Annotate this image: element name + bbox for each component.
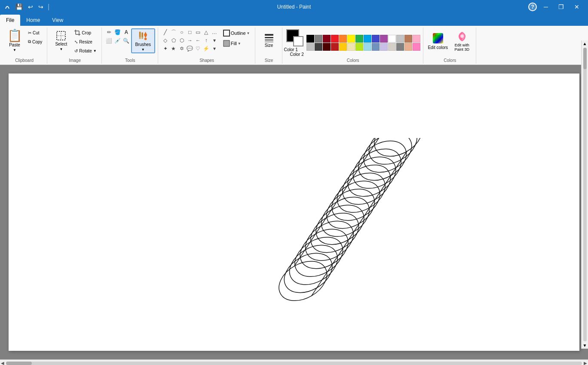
rotate-arrow: ▼ — [93, 49, 97, 53]
shape-rounded-rect[interactable]: ▭ — [194, 28, 202, 36]
swatch-6[interactable] — [355, 35, 363, 43]
shape-lightning[interactable]: ⚡ — [202, 45, 210, 52]
swatch-r2-3[interactable] — [331, 43, 339, 51]
tab-home[interactable]: Home — [20, 15, 46, 26]
swatch-11[interactable] — [396, 35, 404, 43]
scroll-up-button[interactable]: ▲ — [582, 40, 588, 47]
paint3d-button[interactable]: Edit with Paint 3D — [451, 28, 473, 53]
shape-callout[interactable]: 💬 — [186, 45, 194, 52]
swatch-r2-8[interactable] — [372, 43, 380, 51]
crop-button[interactable]: Crop — [72, 28, 98, 37]
swatch-0[interactable] — [306, 35, 314, 43]
swatch-r2-13[interactable] — [413, 43, 420, 51]
shape-diamond[interactable]: ◇ — [162, 37, 169, 44]
swatch-r2-1[interactable] — [315, 43, 322, 51]
pencil-tool[interactable]: ✏ — [105, 28, 113, 36]
resize-button[interactable]: ⤡ Resize — [72, 37, 98, 46]
shape-heart[interactable]: ♡ — [194, 45, 202, 52]
swatch-12[interactable] — [404, 35, 412, 43]
swatch-r2-2[interactable] — [323, 43, 331, 51]
image-label: Image — [69, 58, 81, 63]
shape-star6[interactable]: ✡ — [178, 45, 186, 52]
shape-more2[interactable]: ▾ — [211, 37, 218, 44]
select-button[interactable]: Select ▼ — [51, 28, 71, 53]
swatch-8[interactable] — [372, 35, 380, 43]
colors-content: Color 1 Color 2 — [286, 28, 420, 57]
swatch-3[interactable] — [331, 35, 339, 43]
fill-tool[interactable]: 🪣 — [114, 28, 122, 36]
shape-curve[interactable]: ⌒ — [170, 28, 178, 36]
shape-star4[interactable]: ✦ — [162, 45, 169, 52]
redo-button[interactable]: ↪ — [37, 3, 45, 11]
shape-rect[interactable]: □ — [186, 28, 194, 36]
swatch-r2-7[interactable] — [364, 43, 371, 51]
picker-tool[interactable]: 💉 — [114, 37, 122, 45]
swatch-2[interactable] — [323, 35, 331, 43]
scroll-down-button[interactable]: ▼ — [582, 342, 588, 349]
vscrollbar-thumb[interactable] — [583, 48, 587, 69]
size-button[interactable]: Size — [259, 28, 279, 53]
swatch-10[interactable] — [388, 35, 396, 43]
swatch-9[interactable] — [380, 35, 388, 43]
canvas-scroll[interactable] — [0, 65, 588, 359]
restore-button[interactable]: ❐ — [553, 0, 569, 14]
outline-button[interactable]: Outline ▼ — [221, 28, 252, 38]
swatch-r2-5[interactable] — [347, 43, 355, 51]
fill-button[interactable]: Fill ▼ — [221, 39, 252, 48]
swatch-r2-11[interactable] — [396, 43, 404, 51]
swatch-r2-9[interactable] — [380, 43, 388, 51]
swatch-r2-6[interactable] — [355, 43, 363, 51]
tab-file[interactable]: File — [0, 15, 20, 26]
cut-button[interactable]: ✂ Cut — [26, 28, 44, 37]
swatch-1[interactable] — [315, 35, 322, 43]
brushes-button[interactable]: Brushes ▼ — [131, 28, 155, 53]
swatch-7[interactable] — [364, 35, 371, 43]
shape-scroll[interactable]: ▾ — [211, 45, 218, 52]
shape-more[interactable]: … — [211, 28, 218, 36]
scroll-right-button[interactable]: ▶ — [583, 361, 588, 365]
swatch-5[interactable] — [347, 35, 355, 43]
svg-point-23 — [298, 213, 360, 269]
color2-box[interactable] — [293, 36, 303, 46]
shape-up-arrow[interactable]: ↑ — [202, 37, 210, 44]
select-label: Select — [55, 42, 67, 46]
vscrollbar-track[interactable] — [583, 48, 587, 341]
save-button[interactable]: 💾 — [14, 3, 24, 11]
paste-button[interactable]: 📋 Paste ▼ — [4, 28, 25, 53]
shape-hexagon[interactable]: ⬡ — [178, 37, 186, 44]
shape-diagonal-line[interactable]: ╱ — [162, 28, 169, 36]
shape-left-arrow[interactable]: ← — [194, 37, 202, 44]
app-icon — [3, 3, 11, 11]
tab-view[interactable]: View — [46, 15, 69, 26]
scroll-left-button[interactable]: ◀ — [0, 361, 5, 365]
shape-right-arrow[interactable]: → — [186, 37, 194, 44]
shape-star5[interactable]: ★ — [170, 45, 178, 52]
minimize-button[interactable]: ─ — [539, 0, 553, 14]
hscrollbar-track[interactable] — [6, 362, 582, 365]
shape-pentagon[interactable]: ⬠ — [170, 37, 178, 44]
canvas[interactable] — [9, 74, 579, 351]
close-button[interactable]: ✕ — [569, 0, 585, 14]
magnify-tool[interactable]: 🔍 — [122, 37, 130, 45]
swatch-r2-12[interactable] — [404, 43, 412, 51]
rotate-button[interactable]: ↺ Rotate ▼ — [72, 46, 98, 55]
window-controls: ─ ❐ ✕ — [539, 0, 585, 14]
undo-button[interactable]: ↩ — [26, 3, 35, 11]
copy-button[interactable]: ⧉ Copy — [26, 37, 44, 46]
swatch-13[interactable] — [413, 35, 420, 43]
svg-point-29 — [330, 165, 392, 221]
svg-point-24 — [304, 205, 366, 261]
swatch-r2-0[interactable] — [306, 43, 314, 51]
color-selectors: Color 1 Color 2 — [286, 29, 304, 57]
edit-colors-button[interactable]: Edit colors — [427, 28, 449, 53]
color-stack — [286, 29, 303, 46]
text-tool[interactable]: A — [122, 28, 130, 36]
help-button[interactable]: ? — [528, 3, 537, 11]
swatch-r2-4[interactable] — [339, 43, 347, 51]
swatch-r2-10[interactable] — [388, 43, 396, 51]
hscrollbar-thumb[interactable] — [6, 362, 32, 365]
shape-oval[interactable]: ○ — [178, 28, 186, 36]
shape-triangle[interactable]: △ — [202, 28, 210, 36]
swatch-4[interactable] — [339, 35, 347, 43]
eraser-tool[interactable]: ⬜ — [105, 37, 113, 45]
